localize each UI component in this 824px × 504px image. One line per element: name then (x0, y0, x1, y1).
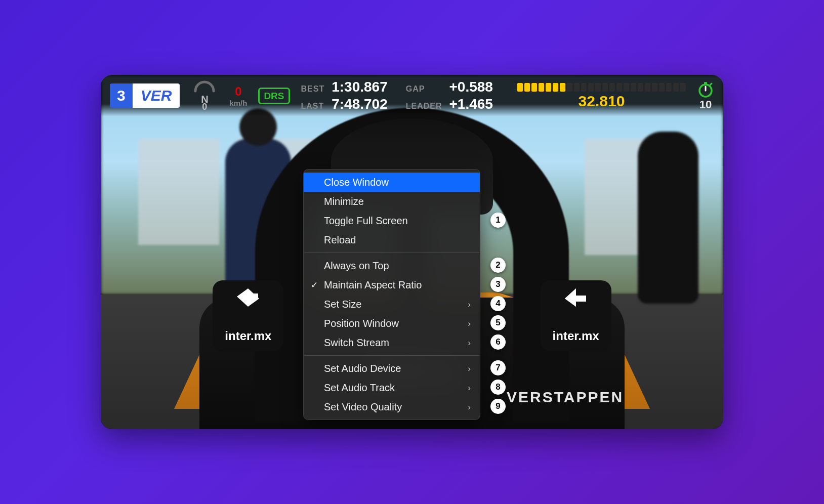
rpm-segment (659, 83, 665, 92)
chevron-right-icon: › (468, 364, 471, 373)
rpm-segment (624, 83, 629, 92)
stopwatch-icon (697, 81, 714, 98)
menu-item-set-size[interactable]: Set Size› (304, 295, 480, 314)
annotation-bubble: 2 (490, 258, 506, 273)
lap-times: BEST1:30.867 LAST7:48.702 (301, 80, 388, 111)
chevron-right-icon: › (468, 319, 471, 328)
mirror-left: inter.mx (213, 280, 283, 351)
position-number: 3 (110, 88, 133, 103)
rpm-value: 32.810 (579, 94, 625, 109)
menu-item-set-audio-device[interactable]: Set Audio Device› (304, 359, 480, 378)
telemetry-hud: 3 VER N 0 0 km/h DRS BEST1:30.867 LAST7:… (101, 75, 723, 116)
menu-item-maintain-aspect-ratio[interactable]: ✓Maintain Aspect Ratio (304, 275, 480, 295)
rpm-segment (680, 83, 686, 92)
rpm-indicator: 32.810 (517, 83, 686, 109)
rpm-segment (531, 83, 537, 92)
menu-item-reload[interactable]: Reload (304, 230, 480, 249)
rpm-segment (539, 83, 544, 92)
annotation-bubble: 1 (490, 213, 506, 228)
annotation-bubble: 8 (490, 380, 506, 395)
rpm-segment (609, 83, 615, 92)
menu-item-position-window[interactable]: Position Window› (304, 314, 480, 333)
annotation-bubble: 3 (490, 277, 506, 292)
annotation-bubble: 6 (490, 334, 506, 350)
annotation-bubble: 5 (490, 315, 506, 330)
gear-indicator: N 0 (191, 80, 218, 111)
chevron-right-icon: › (468, 339, 471, 347)
rpm-segment (638, 83, 643, 92)
drs-indicator: DRS (258, 88, 290, 104)
svg-rect-1 (704, 82, 707, 85)
rpm-segment (560, 83, 565, 92)
rpm-segment (645, 83, 650, 92)
menu-item-toggle-full-screen[interactable]: Toggle Full Screen (304, 211, 480, 230)
rpm-segment (567, 83, 572, 92)
menu-item-label: Position Window (324, 318, 399, 328)
annotation-bubble: 9 (490, 399, 506, 414)
menu-item-label: Close Window (324, 177, 389, 187)
rpm-bar (517, 83, 686, 92)
context-menu[interactable]: Close WindowMinimizeToggle Full ScreenRe… (303, 169, 480, 420)
rpm-segment (616, 83, 622, 92)
driver-name-decal: VERSTAPPEN (507, 390, 624, 405)
menu-separator (304, 355, 479, 356)
rpm-segment (524, 83, 530, 92)
chevron-right-icon: › (468, 403, 471, 411)
menu-item-label: Minimize (324, 196, 364, 206)
menu-item-label: Maintain Aspect Ratio (324, 280, 422, 290)
chevron-right-icon: › (468, 300, 471, 309)
mirror-right: inter.mx (541, 280, 611, 351)
menu-item-label: Set Audio Device (324, 363, 401, 373)
menu-item-label: Set Audio Track (324, 383, 395, 393)
player-window: 1 inter.mx inter.mx ORA Red Bu VERSTAPPE… (101, 75, 723, 429)
rpm-segment (553, 83, 558, 92)
menu-separator (304, 253, 479, 253)
menu-item-label: Always on Top (324, 261, 389, 271)
rpm-segment (581, 83, 587, 92)
rpm-segment (666, 83, 672, 92)
menu-item-switch-stream[interactable]: Switch Stream› (304, 333, 480, 352)
rpm-segment (631, 83, 636, 92)
chevron-right-icon: › (468, 384, 471, 392)
rpm-segment (574, 83, 580, 92)
menu-item-minimize[interactable]: Minimize (304, 192, 480, 211)
annotation-bubble: 7 (490, 360, 506, 375)
gap-times: GAP+0.588 LEADER+1.465 (406, 80, 493, 111)
rpm-segment (652, 83, 657, 92)
menu-item-label: Toggle Full Screen (324, 216, 408, 226)
menu-item-label: Reload (324, 235, 356, 245)
menu-item-set-video-quality[interactable]: Set Video Quality› (304, 397, 480, 416)
rpm-segment (602, 83, 608, 92)
rpm-segment (673, 83, 679, 92)
rpm-segment (546, 83, 551, 92)
speed-indicator: 0 km/h (229, 85, 247, 107)
position-badge: 3 VER (110, 83, 180, 108)
rpm-segment (595, 83, 601, 92)
lap-counter: 10 (697, 81, 714, 110)
menu-item-set-audio-track[interactable]: Set Audio Track› (304, 378, 480, 397)
check-icon: ✓ (311, 281, 318, 289)
menu-item-label: Switch Stream (324, 338, 389, 348)
svg-line-3 (710, 83, 712, 85)
menu-item-label: Set Video Quality (324, 402, 402, 412)
annotation-bubble: 4 (490, 296, 506, 311)
rpm-segment (517, 83, 523, 92)
menu-item-always-on-top[interactable]: Always on Top (304, 256, 480, 275)
driver-code: VER (133, 83, 180, 108)
menu-item-label: Set Size (324, 299, 361, 309)
rpm-segment (588, 83, 594, 92)
menu-item-close-window[interactable]: Close Window (304, 173, 480, 192)
